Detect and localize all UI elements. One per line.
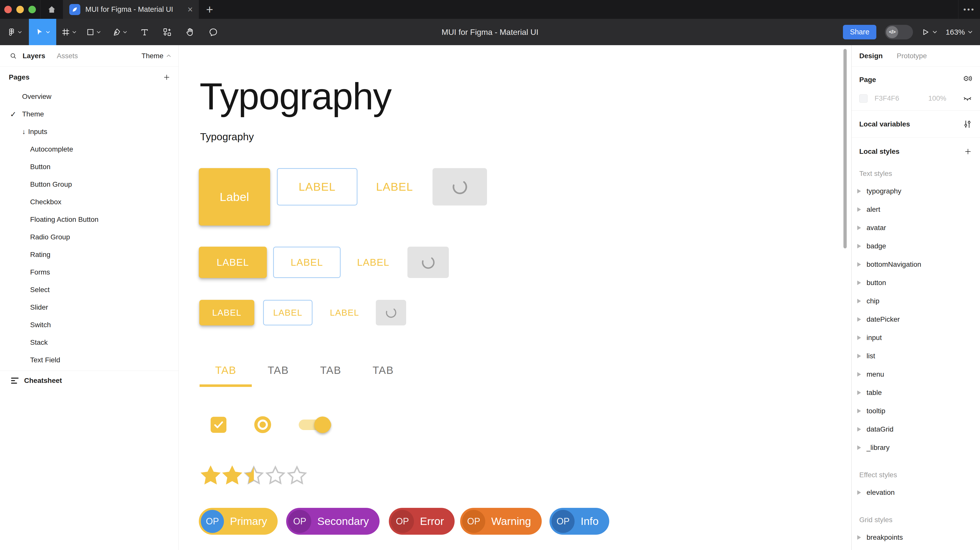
tab-assets[interactable]: Assets xyxy=(57,52,78,60)
close-window-button[interactable] xyxy=(4,6,12,13)
disclosure-triangle-icon[interactable] xyxy=(857,335,861,340)
cheatsheet-item[interactable]: Cheatsheet xyxy=(0,371,178,390)
file-tab[interactable]: MUI for Figma - Material UI × xyxy=(63,0,199,19)
text-style-library[interactable]: _library xyxy=(852,438,980,457)
text-tool-button[interactable] xyxy=(134,19,156,45)
canvas-tab[interactable]: TAB xyxy=(357,356,409,385)
home-button[interactable] xyxy=(40,0,63,19)
disclosure-triangle-icon[interactable] xyxy=(857,189,861,194)
main-menu-button[interactable] xyxy=(0,19,29,45)
frame-tool-button[interactable] xyxy=(56,19,81,45)
text-style-tooltip[interactable]: tooltip xyxy=(852,402,980,420)
dev-mode-toggle[interactable]: </> xyxy=(885,25,913,40)
rating-star[interactable] xyxy=(243,465,264,486)
move-tool-button[interactable] xyxy=(29,19,56,45)
page-item-forms[interactable]: Forms xyxy=(0,264,178,281)
text-style-typography[interactable]: typography xyxy=(852,182,980,200)
rating-star[interactable] xyxy=(222,465,243,486)
radio-checked[interactable] xyxy=(254,416,271,433)
disclosure-triangle-icon[interactable] xyxy=(857,207,861,212)
tab-prototype[interactable]: Prototype xyxy=(897,52,927,60)
grid-style-breakpoints[interactable]: breakpoints xyxy=(852,528,980,547)
add-page-button[interactable] xyxy=(162,73,171,81)
theme-selector[interactable]: Theme xyxy=(142,52,164,60)
text-style-alert[interactable]: alert xyxy=(852,200,980,219)
tab-design[interactable]: Design xyxy=(859,52,883,60)
page-item-select[interactable]: Select xyxy=(0,281,178,299)
disclosure-triangle-icon[interactable] xyxy=(857,244,861,248)
disclosure-triangle-icon[interactable] xyxy=(857,390,861,395)
text-style-table[interactable]: table xyxy=(852,383,980,402)
canvas-tab[interactable]: TAB xyxy=(304,356,357,385)
page-item-switch[interactable]: Switch xyxy=(0,316,178,334)
disclosure-triangle-icon[interactable] xyxy=(857,317,861,322)
share-button[interactable]: Share xyxy=(843,25,876,40)
page-opacity-value[interactable]: 100% xyxy=(928,94,947,102)
button-text-large[interactable]: LABEL xyxy=(373,168,416,205)
rating-widget[interactable] xyxy=(200,465,307,486)
disclosure-triangle-icon[interactable] xyxy=(857,281,861,285)
disclosure-triangle-icon[interactable] xyxy=(857,427,861,432)
page-item-overview[interactable]: Overview xyxy=(0,88,178,105)
button-outlined-medium[interactable]: LABEL xyxy=(273,246,340,278)
disclosure-triangle-icon[interactable] xyxy=(857,226,861,230)
disclosure-triangle-icon[interactable] xyxy=(857,372,861,377)
text-style-chip[interactable]: chip xyxy=(852,292,980,310)
page-color-value[interactable]: F3F4F6 xyxy=(875,94,915,102)
disclosure-triangle-icon[interactable] xyxy=(857,490,861,495)
text-style-avatar[interactable]: avatar xyxy=(852,219,980,237)
button-loading-medium[interactable] xyxy=(407,246,449,278)
button-outlined-small[interactable]: LABEL xyxy=(263,300,312,326)
text-style-list[interactable]: list xyxy=(852,347,980,365)
new-tab-button[interactable]: + xyxy=(199,0,220,19)
page-item-radio-group[interactable]: Radio Group xyxy=(0,228,178,246)
button-loading-large[interactable] xyxy=(433,168,487,205)
shape-tool-button[interactable] xyxy=(81,19,105,45)
chip-primary[interactable]: OP Primary xyxy=(199,508,278,535)
page-item-button[interactable]: Button xyxy=(0,158,178,176)
text-style-datepicker[interactable]: datePicker xyxy=(852,310,980,329)
page-item-stack[interactable]: Stack xyxy=(0,334,178,351)
button-contained-small[interactable]: LABEL xyxy=(199,300,254,326)
text-style-badge[interactable]: badge xyxy=(852,237,980,255)
chip-info[interactable]: OP Info xyxy=(549,508,609,535)
zoom-window-button[interactable] xyxy=(29,6,36,13)
button-text-small[interactable]: LABEL xyxy=(326,300,363,326)
disclosure-triangle-icon[interactable] xyxy=(857,262,861,267)
more-menu-button[interactable]: ••• xyxy=(958,0,980,19)
button-contained-medium[interactable]: LABEL xyxy=(199,246,267,278)
page-item-theme[interactable]: ✓ Theme xyxy=(0,105,178,123)
rating-star[interactable] xyxy=(265,465,286,486)
switch-on[interactable] xyxy=(299,420,331,430)
text-style-menu[interactable]: menu xyxy=(852,365,980,383)
disclosure-triangle-icon[interactable] xyxy=(857,299,861,304)
text-style-datagrid[interactable]: dataGrid xyxy=(852,420,980,438)
button-loading-small[interactable] xyxy=(376,300,406,326)
page-item-slider[interactable]: Slider xyxy=(0,299,178,316)
button-contained-large[interactable]: Label xyxy=(199,168,270,226)
canvas-scrollbar[interactable] xyxy=(843,49,847,248)
canvas-tab[interactable]: TAB xyxy=(200,356,252,385)
text-style-bottomnavigation[interactable]: bottomNavigation xyxy=(852,255,980,273)
text-style-button[interactable]: button xyxy=(852,273,980,292)
page-item-rating[interactable]: Rating xyxy=(0,246,178,264)
local-variables-section[interactable]: Local variables xyxy=(852,111,980,138)
styles-icon[interactable] xyxy=(962,75,972,85)
page-item-checkbox[interactable]: Checkbox xyxy=(0,193,178,211)
chip-secondary[interactable]: OP Secondary xyxy=(286,508,380,535)
text-style-input[interactable]: input xyxy=(852,329,980,347)
hand-tool-button[interactable] xyxy=(179,19,201,45)
button-text-medium[interactable]: LABEL xyxy=(353,246,393,278)
checkbox-checked[interactable] xyxy=(211,417,226,433)
page-item-floating-action-button[interactable]: Floating Action Button xyxy=(0,211,178,228)
eye-closed-icon[interactable] xyxy=(963,93,972,103)
color-swatch[interactable] xyxy=(859,94,867,103)
close-tab-icon[interactable]: × xyxy=(183,5,193,14)
page-item-text-field[interactable]: Text Field xyxy=(0,351,178,369)
disclosure-triangle-icon[interactable] xyxy=(857,445,861,450)
tab-layers[interactable]: Layers xyxy=(22,52,45,60)
rating-star[interactable] xyxy=(200,465,221,486)
resources-tool-button[interactable] xyxy=(156,19,179,45)
page-item-autocomplete[interactable]: Autocomplete xyxy=(0,140,178,158)
comment-tool-button[interactable] xyxy=(201,19,226,45)
